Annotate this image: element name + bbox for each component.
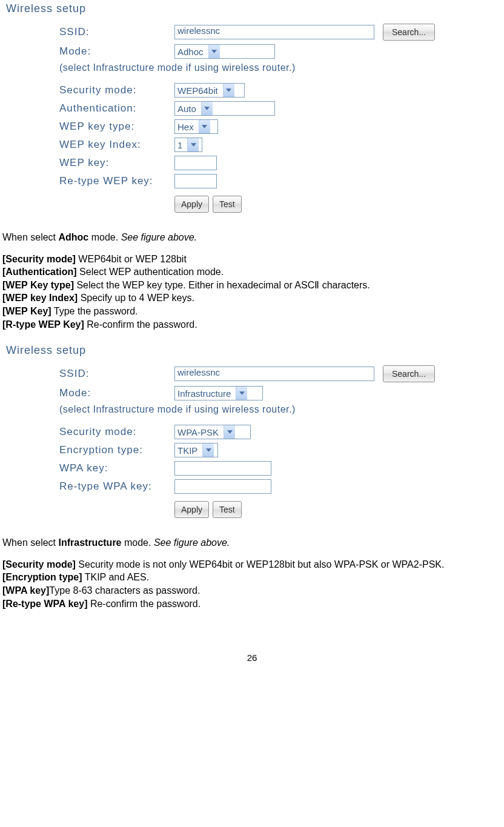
page-number: 26 — [0, 653, 504, 669]
wireless-setup-figure-adhoc: Wireless setup SSID: wirelessnc Search..… — [0, 0, 504, 220]
wpa-key-input[interactable] — [174, 461, 271, 476]
chevron-down-icon — [201, 102, 213, 115]
apply-button[interactable]: Apply — [174, 196, 209, 213]
wep-key-type-select[interactable]: Hex — [174, 119, 218, 134]
authentication-label: Authentication: — [59, 102, 174, 115]
ssid-label: SSID: — [59, 368, 174, 380]
chevron-down-icon — [208, 45, 220, 58]
search-button[interactable]: Search... — [383, 24, 435, 41]
wep-key-input[interactable] — [174, 156, 217, 170]
figure-title: Wireless setup — [5, 2, 499, 15]
security-mode-label: Security mode: — [59, 426, 174, 438]
figure-title: Wireless setup — [5, 344, 499, 357]
authentication-select[interactable]: Auto — [174, 101, 275, 116]
encryption-type-label: Encryption type: — [59, 444, 174, 456]
chevron-down-icon — [223, 84, 234, 97]
chevron-down-icon — [236, 387, 247, 400]
retype-wep-key-label: Re-type WEP key: — [59, 175, 174, 187]
apply-button[interactable]: Apply — [174, 501, 209, 518]
wep-key-index-select[interactable]: 1 — [174, 138, 202, 152]
mode-hint: (select Infrastructure mode if using wir… — [59, 404, 499, 415]
wpa-key-label: WPA key: — [59, 462, 174, 474]
wep-key-label: WEP key: — [59, 157, 174, 169]
ssid-input[interactable]: wirelessnc — [174, 367, 374, 381]
infrastructure-description: When select Infrastructure mode. See fig… — [0, 536, 504, 610]
mode-label: Mode: — [59, 387, 174, 399]
ssid-label: SSID: — [59, 26, 174, 38]
retype-wpa-key-input[interactable] — [174, 479, 271, 494]
chevron-down-icon — [199, 120, 210, 133]
test-button[interactable]: Test — [213, 196, 242, 213]
encryption-type-select[interactable]: TKIP — [174, 443, 218, 457]
chevron-down-icon — [187, 138, 199, 151]
retype-wpa-key-label: Re-type WPA key: — [59, 480, 174, 493]
mode-select[interactable]: Adhoc — [174, 44, 275, 59]
ssid-input[interactable]: wirelessnc — [174, 25, 374, 39]
security-mode-select[interactable]: WEP64bit — [174, 83, 245, 98]
mode-label: Mode: — [59, 45, 174, 58]
retype-wep-key-input[interactable] — [174, 174, 217, 188]
security-mode-label: Security mode: — [59, 84, 174, 96]
chevron-down-icon — [224, 425, 235, 439]
adhoc-description: When select Adhoc mode. See figure above… — [0, 231, 504, 331]
mode-select[interactable]: Infrastructure — [174, 386, 263, 400]
chevron-down-icon — [202, 443, 214, 457]
wireless-setup-figure-infrastructure: Wireless setup SSID: wirelessnc Search..… — [0, 342, 504, 525]
mode-hint: (select Infrastructure mode if using wir… — [59, 62, 499, 73]
test-button[interactable]: Test — [213, 501, 242, 518]
security-mode-select[interactable]: WPA-PSK — [174, 425, 251, 439]
search-button[interactable]: Search... — [383, 365, 435, 382]
wep-key-index-label: WEP key Index: — [59, 139, 174, 151]
wep-key-type-label: WEP key type: — [59, 121, 174, 133]
